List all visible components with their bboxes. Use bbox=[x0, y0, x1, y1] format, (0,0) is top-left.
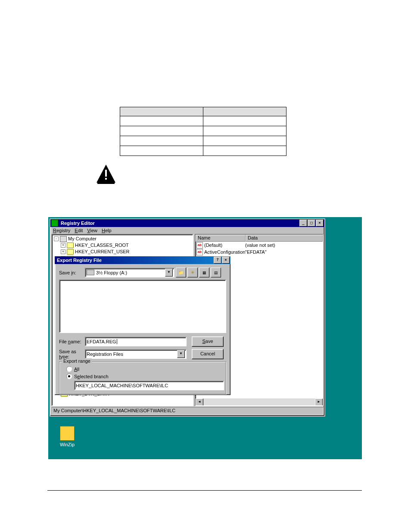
desktop: Registry Editor _ □ × Registry Edit View… bbox=[48, 217, 362, 459]
icon-label: WinZip bbox=[60, 442, 75, 447]
regedit-title: Registry Editor bbox=[59, 221, 299, 226]
folder-icon bbox=[67, 249, 74, 255]
filename-label: File name: bbox=[59, 339, 85, 344]
dialog-close-button[interactable]: × bbox=[222, 257, 230, 264]
minimize-button[interactable]: _ bbox=[299, 220, 307, 227]
close-button[interactable]: × bbox=[316, 220, 324, 227]
string-value-icon: ab bbox=[196, 249, 203, 255]
svg-rect-1 bbox=[105, 170, 107, 177]
details-view-button[interactable]: ▤ bbox=[211, 268, 221, 277]
tree-hkcu[interactable]: HKEY_CURRENT_USER bbox=[75, 249, 130, 255]
list-view-button[interactable]: ▦ bbox=[199, 268, 209, 277]
save-button[interactable]: Save bbox=[192, 336, 224, 347]
winzip-desktop-icon[interactable]: WinZip bbox=[54, 426, 80, 447]
maximize-button[interactable]: □ bbox=[308, 220, 315, 227]
value-data: (value not set) bbox=[245, 243, 275, 248]
file-list[interactable] bbox=[59, 280, 226, 333]
menubar: Registry Edit View Help bbox=[50, 227, 324, 234]
savein-combo[interactable]: 3½ Floppy (A:) ▼ bbox=[85, 268, 174, 277]
dialog-titlebar: Export Registry File ? × bbox=[55, 256, 230, 264]
menu-edit[interactable]: Edit bbox=[75, 228, 83, 233]
tree-hkcr[interactable]: HKEY_CLASSES_ROOT bbox=[75, 242, 129, 249]
folder-icon bbox=[67, 243, 74, 248]
expand-icon[interactable]: + bbox=[61, 243, 65, 248]
savetype-label: Save as type: bbox=[59, 349, 85, 359]
dropdown-icon[interactable]: ▼ bbox=[177, 350, 185, 358]
regedit-icon bbox=[51, 220, 58, 227]
savein-label: Save in: bbox=[59, 270, 85, 275]
svg-rect-3 bbox=[97, 183, 115, 184]
regedit-titlebar: Registry Editor _ □ × bbox=[50, 219, 324, 227]
warning-icon bbox=[96, 164, 116, 184]
svg-rect-2 bbox=[105, 178, 107, 180]
tree-my-computer[interactable]: My Computer bbox=[68, 236, 97, 242]
col-data[interactable]: Data bbox=[246, 235, 323, 242]
value-name: ActiveConfiguration bbox=[204, 249, 245, 255]
col-name[interactable]: Name bbox=[196, 235, 246, 242]
cancel-button[interactable]: Cancel bbox=[192, 349, 224, 359]
help-button[interactable]: ? bbox=[214, 257, 221, 264]
new-folder-button[interactable]: ✳ bbox=[187, 268, 198, 277]
radio-selected-branch[interactable]: Selected branch bbox=[66, 373, 222, 379]
statusbar: My Computer\HKEY_LOCAL_MACHINE\SOFTWARE\… bbox=[51, 407, 324, 415]
value-data: "EFDATA" bbox=[245, 249, 267, 255]
computer-icon bbox=[60, 236, 67, 242]
radio-icon bbox=[66, 373, 72, 379]
export-range-group: Export range All Selected branch HKEY_LO… bbox=[59, 361, 226, 394]
expand-icon[interactable]: - bbox=[54, 236, 59, 241]
document-table bbox=[120, 107, 286, 156]
floppy-icon bbox=[87, 270, 94, 275]
radio-all[interactable]: All bbox=[66, 366, 222, 372]
branch-input[interactable]: HKEY_LOCAL_MACHINE\SOFTWARE\ILC bbox=[74, 381, 224, 390]
menu-view[interactable]: View bbox=[87, 228, 97, 233]
value-row[interactable]: ab (Default) (value not set) bbox=[196, 242, 323, 249]
winzip-icon bbox=[60, 426, 75, 441]
group-title: Export range bbox=[62, 358, 92, 364]
string-value-icon: ab bbox=[196, 242, 203, 249]
status-text: My Computer\HKEY_LOCAL_MACHINE\SOFTWARE\… bbox=[51, 407, 324, 415]
hscrollbar[interactable]: ◄ ► bbox=[196, 398, 323, 405]
dropdown-icon[interactable]: ▼ bbox=[165, 269, 173, 277]
up-folder-button[interactable]: 📁 bbox=[176, 268, 186, 277]
page-divider bbox=[47, 490, 362, 491]
scroll-right-button[interactable]: ► bbox=[315, 398, 323, 406]
menu-registry[interactable]: Registry bbox=[53, 228, 70, 233]
value-row[interactable]: ab ActiveConfiguration "EFDATA" bbox=[196, 249, 323, 255]
savetype-combo[interactable]: Registration Files ▼ bbox=[85, 349, 187, 359]
filename-input[interactable]: EFDATA.REG bbox=[85, 337, 187, 346]
radio-icon bbox=[66, 366, 72, 372]
scroll-left-button[interactable]: ◄ bbox=[196, 398, 203, 406]
menu-help[interactable]: Help bbox=[102, 228, 112, 233]
savetype-value: Registration Files bbox=[87, 352, 123, 357]
export-dialog: Export Registry File ? × Save in: 3½ Flo… bbox=[55, 256, 230, 395]
savein-value: 3½ Floppy (A:) bbox=[96, 270, 127, 275]
value-name: (Default) bbox=[204, 243, 245, 248]
dialog-title: Export Registry File bbox=[56, 258, 213, 263]
expand-icon[interactable]: + bbox=[61, 249, 65, 254]
